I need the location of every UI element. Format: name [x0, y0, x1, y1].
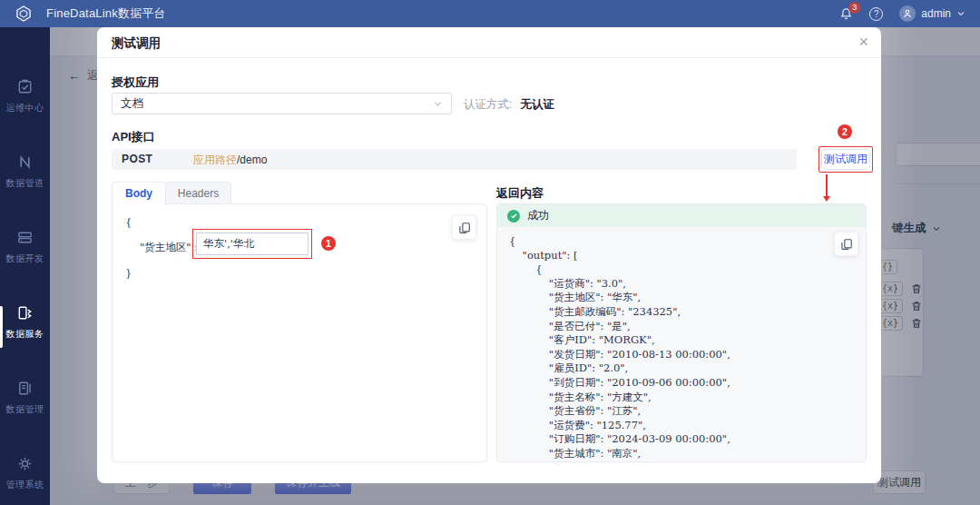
response-json-line: "雇员ID": "2.0",	[509, 361, 866, 376]
sidebar-item-system[interactable]: 管理系统	[0, 455, 50, 505]
username: admin	[921, 7, 951, 20]
modal-title: 测试调用	[112, 35, 161, 52]
user-menu[interactable]: admin	[899, 5, 965, 22]
response-json-line: "客户ID": "MORGK",	[509, 333, 866, 348]
api-endpoint-row: POST 应用路径/demo	[112, 149, 797, 170]
success-check-icon	[507, 210, 520, 223]
api-path: 应用路径/demo	[193, 153, 267, 168]
auth-method-label: 认证方式:	[464, 97, 512, 113]
sidebar-item-data-dev[interactable]: 数据开发	[0, 229, 50, 285]
sidebar-item-label: 数据管道	[6, 177, 44, 190]
data-manage-icon	[16, 380, 34, 397]
annotation-step-2: 2	[838, 124, 852, 139]
response-json-line: "到货日期": "2010-09-06 00:00:00",	[509, 376, 866, 391]
app-title: FineDataLink数据平台	[46, 5, 166, 22]
sidebar-item-label: 数据开发	[6, 252, 44, 265]
response-json-line: "货主邮政编码": "234325",	[509, 305, 866, 320]
api-path-prefix: 应用路径	[193, 153, 237, 166]
close-icon[interactable]: ×	[858, 32, 868, 52]
chevron-down-icon	[956, 9, 965, 18]
http-method: POST	[122, 153, 152, 165]
app-logo-icon	[15, 5, 33, 23]
response-json-line: "货主城市": "南京",	[509, 447, 866, 461]
topbar: FineDataLink数据平台 3 ?	[0, 0, 980, 27]
notification-badge: 3	[848, 2, 860, 14]
notifications-button[interactable]: 3	[839, 7, 853, 21]
avatar	[899, 5, 916, 22]
active-indicator	[0, 306, 3, 348]
sidebar-item-data-manage[interactable]: 数据管理	[0, 380, 50, 436]
response-panel: 成功 { "output": [ { "运货商": "3.0", "货主地区":…	[496, 203, 867, 462]
sidebar-item-label: 运维中心	[6, 102, 44, 114]
sidebar-item-label: 数据管理	[6, 403, 44, 416]
response-json-line: "订购日期": "2024-03-09 00:00:00",	[509, 432, 866, 447]
request-close-brace: }	[125, 266, 132, 279]
help-icon: ?	[874, 9, 879, 19]
sidebar-item-label: 数据服务	[6, 328, 44, 341]
copy-icon	[840, 238, 853, 251]
response-json: { "output": [ { "运货商": "3.0", "货主地区": "华…	[497, 227, 866, 461]
topbar-right: 3 ? admin	[839, 5, 980, 22]
request-value-wrap	[196, 233, 309, 255]
gear-icon	[16, 455, 34, 472]
test-call-modal: 测试调用 × 授权应用 文档 认证方式: 无认证 API接口 POST 应用路径…	[97, 27, 881, 483]
data-dev-icon	[16, 229, 34, 246]
sidebar: 运维中心 数据管道 数据开发	[0, 27, 50, 505]
api-path-rest: /demo	[237, 153, 267, 166]
request-value-input[interactable]	[196, 233, 309, 255]
test-call-button[interactable]: 测试调用	[821, 149, 870, 170]
response-json-line: "运货商": "3.0",	[509, 277, 866, 292]
annotation-arrow	[826, 174, 828, 197]
copy-response-button[interactable]	[834, 232, 858, 256]
auth-app-select[interactable]: 文档	[112, 93, 452, 114]
copy-request-button[interactable]	[452, 215, 476, 240]
response-json-line: "是否已付": "是",	[509, 320, 866, 334]
sidebar-item-ops-center[interactable]: 运维中心	[0, 78, 50, 134]
response-json-line: "发货日期": "2010-08-13 00:00:00",	[509, 348, 866, 362]
topbar-left: FineDataLink数据平台	[0, 5, 166, 23]
sidebar-item-data-service[interactable]: 数据服务	[0, 304, 50, 361]
annotation-step-1: 1	[321, 236, 336, 251]
tab-headers[interactable]: Headers	[166, 182, 231, 204]
data-pipeline-icon	[16, 153, 34, 171]
help-button[interactable]: ?	[869, 7, 883, 21]
response-json-line: "货主国家": "中国",	[509, 461, 866, 462]
response-json-line: "货主省份": "江苏",	[509, 404, 866, 419]
response-json-line: "货主地区": "华东",	[509, 291, 866, 305]
response-status-text: 成功	[527, 208, 549, 223]
api-section-label: API接口	[112, 129, 155, 145]
tab-body[interactable]: Body	[112, 182, 166, 204]
sidebar-item-label: 管理系统	[6, 479, 44, 491]
ops-center-icon	[16, 78, 34, 95]
response-json-line: "货主名称": "方建文",	[509, 391, 866, 405]
sidebar-item-data-pipeline[interactable]: 数据管道	[0, 153, 50, 210]
chevron-down-icon	[433, 99, 443, 109]
auth-app-label: 授权应用	[112, 74, 159, 91]
request-body-editor[interactable]: { "货主地区" : 1 }	[112, 203, 487, 462]
response-json-line: {	[509, 262, 866, 277]
data-service-icon	[16, 304, 34, 322]
response-json-line: {	[509, 234, 866, 249]
response-section-label: 返回内容	[496, 185, 544, 202]
divider	[97, 57, 881, 58]
response-json-line: "运货费": "125.77",	[509, 419, 866, 433]
auth-app-value: 文档	[121, 96, 143, 112]
response-json-line: "output": [	[509, 249, 866, 263]
auth-method: 认证方式: 无认证	[464, 97, 554, 113]
copy-icon	[458, 222, 471, 234]
response-status-bar: 成功	[497, 204, 866, 227]
request-key: "货主地区" :	[140, 241, 198, 254]
auth-method-value: 无认证	[520, 97, 554, 113]
request-open-brace: {	[125, 215, 132, 228]
screen: FineDataLink数据平台 3 ?	[0, 0, 980, 505]
